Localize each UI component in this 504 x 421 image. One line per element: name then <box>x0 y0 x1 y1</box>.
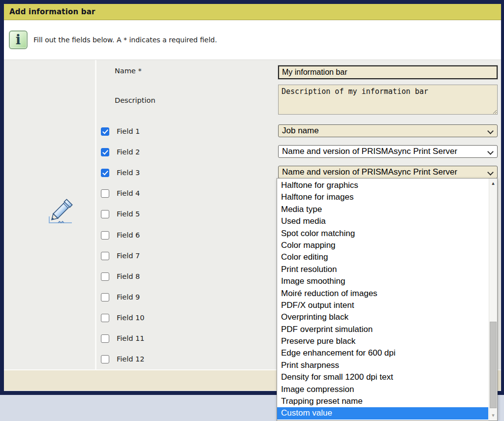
field-11-label: Field 11 <box>117 334 145 342</box>
field-10-label: Field 10 <box>117 314 145 322</box>
icon-column <box>4 60 95 369</box>
name-field-label: Name * <box>115 67 142 75</box>
dropdown-option[interactable]: Edge enhancement for 600 dpi <box>277 347 488 359</box>
field-4-checkbox[interactable] <box>101 189 109 198</box>
field-12-checkbox[interactable] <box>101 355 109 363</box>
field-4-label: Field 4 <box>117 189 140 197</box>
column-divider <box>95 60 96 369</box>
field-9-label: Field 9 <box>117 293 140 301</box>
scroll-up-arrow-icon[interactable]: ▲ <box>490 180 497 187</box>
dropdown-option[interactable]: Image compression <box>277 384 488 395</box>
field-1-select[interactable]: Job name <box>278 124 498 137</box>
dropdown-option[interactable]: Moiré reduction of images <box>277 288 488 300</box>
field-2-select-value: Name and version of PRISMAsync Print Ser… <box>282 147 457 156</box>
field-8-checkbox[interactable] <box>101 272 109 281</box>
description-textarea[interactable]: Description of my information bar <box>278 85 498 115</box>
pencil-icon <box>43 193 76 228</box>
dropdown-option[interactable]: Print sharpness <box>277 360 488 371</box>
dropdown-option[interactable]: Print resolution <box>277 264 488 275</box>
chevron-down-icon <box>488 129 493 133</box>
field-2-checkbox[interactable] <box>101 148 109 156</box>
field-11-row: Field 11 <box>101 334 145 343</box>
field-7-checkbox[interactable] <box>101 252 109 260</box>
field-10-row: Field 10 <box>101 313 145 322</box>
info-icon: i <box>9 30 28 49</box>
field-5-checkbox[interactable] <box>101 210 109 218</box>
dropdown-option[interactable]: Image smoothing <box>277 275 488 287</box>
field-12-label: Field 12 <box>117 355 145 363</box>
field-6-row: Field 6 <box>101 231 140 240</box>
scroll-down-arrow-icon[interactable]: ▼ <box>490 412 497 419</box>
field-3-checkbox[interactable] <box>101 169 109 177</box>
field-12-row: Field 12 <box>101 355 145 363</box>
field-7-row: Field 7 <box>101 251 140 260</box>
field-4-row: Field 4 <box>101 189 140 198</box>
name-input[interactable] <box>278 65 498 79</box>
field-1-checkbox[interactable] <box>101 127 109 136</box>
field-2-label: Field 2 <box>117 148 140 156</box>
chevron-down-icon <box>488 170 493 175</box>
field-2-select[interactable]: Name and version of PRISMAsync Print Ser… <box>278 145 498 158</box>
info-message: Fill out the fields below. A * indicates… <box>33 36 217 44</box>
dropdown-option[interactable]: Preserve pure black <box>277 335 488 347</box>
dropdown-option[interactable]: Used media <box>277 215 488 227</box>
field-3-row: Field 3 <box>101 168 140 177</box>
dropdown-option[interactable]: Overprinting black <box>277 311 488 323</box>
info-banner: i Fill out the fields below. A * indicat… <box>4 20 501 60</box>
dropdown-option[interactable]: Color editing <box>277 251 488 263</box>
dropdown-option[interactable]: Density for small 1200 dpi text <box>277 371 488 383</box>
field-10-checkbox[interactable] <box>101 314 109 322</box>
dropdown-option[interactable]: PDF/X output intent <box>277 300 488 311</box>
field-6-label: Field 6 <box>117 231 140 239</box>
dropdown-option[interactable]: Spot color matching <box>277 228 488 240</box>
field-3-dropdown-list: Halftone for graphics Halftone for image… <box>277 178 498 421</box>
field-7-label: Field 7 <box>117 252 140 260</box>
dropdown-option[interactable]: PDF overprint simulation <box>277 324 488 335</box>
scrollbar-thumb[interactable] <box>490 322 497 408</box>
dropdown-scrollbar[interactable]: ▲ ▼ <box>489 179 497 421</box>
field-5-row: Field 5 <box>101 210 140 218</box>
field-8-label: Field 8 <box>117 272 140 280</box>
field-3-select-value: Name and version of PRISMAsync Print Ser… <box>282 167 457 177</box>
field-8-row: Field 8 <box>101 272 140 281</box>
field-9-checkbox[interactable] <box>101 293 109 301</box>
dropdown-option[interactable]: Color mapping <box>277 240 488 251</box>
dropdown-option[interactable]: Trapping preset name <box>277 395 488 407</box>
dropdown-option[interactable]: Media type <box>277 204 488 215</box>
field-3-select[interactable]: Name and version of PRISMAsync Print Ser… <box>278 166 498 179</box>
field-11-checkbox[interactable] <box>101 334 109 343</box>
screen: Add information bar i Fill out the field… <box>0 0 504 421</box>
field-2-row: Field 2 <box>101 148 140 156</box>
field-1-label: Field 1 <box>117 127 140 135</box>
chevron-down-icon <box>488 150 493 154</box>
field-1-row: Field 1 <box>101 127 140 136</box>
field-9-row: Field 9 <box>101 293 140 301</box>
dialog-titlebar: Add information bar <box>4 4 501 20</box>
dialog-title: Add information bar <box>9 7 95 16</box>
field-6-checkbox[interactable] <box>101 231 109 240</box>
field-5-label: Field 5 <box>117 210 140 218</box>
dropdown-option-custom-value[interactable]: Custom value <box>277 407 488 419</box>
field-1-select-value: Job name <box>282 126 319 136</box>
dropdown-option[interactable]: Halftone for graphics <box>277 180 488 191</box>
field-3-label: Field 3 <box>117 169 140 177</box>
description-field-label: Description <box>115 96 156 104</box>
dropdown-option[interactable]: Halftone for images <box>277 191 488 203</box>
